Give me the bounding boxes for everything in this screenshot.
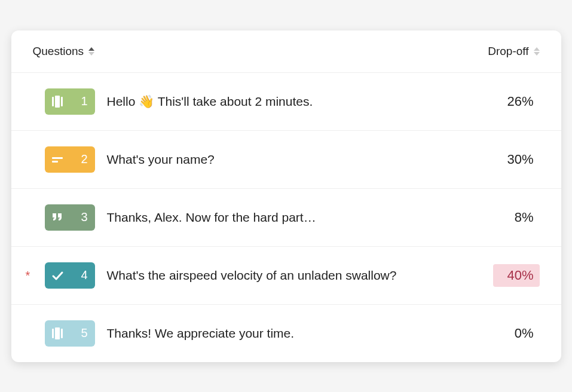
table-body: 1 Hello 👋 This'll take about 2 minutes. … [11,72,561,362]
end-screen-icon [51,327,64,340]
dropoff-column-label: Drop-off [488,45,528,58]
question-text: What's the airspeed velocity of an unlad… [107,268,481,283]
table-row[interactable]: * 4 What's the airspeed velocity of an u… [11,246,561,304]
svg-rect-6 [55,327,60,339]
welcome-screen-icon [51,95,64,108]
table-header: Questions Drop-off [11,30,561,72]
short-text-icon [51,153,64,166]
questions-column-header[interactable]: Questions [33,45,95,58]
questions-dropoff-card: Questions Drop-off 1 Hello 👋 This'll tak… [11,30,561,362]
statement-icon [51,211,64,224]
question-text: What's your name? [107,152,481,167]
dropoff-column-header[interactable]: Drop-off [488,45,539,58]
sort-icon [534,47,540,56]
question-type-badge: 3 [45,204,95,231]
question-text: Hello 👋 This'll take about 2 minutes. [107,94,481,109]
dropoff-value: 26% [493,90,540,113]
question-type-badge: 2 [45,146,95,173]
required-marker: * [23,270,33,281]
dropoff-value: 8% [493,206,540,229]
table-row[interactable]: 3 Thanks, Alex. Now for the hard part… 8… [11,188,561,246]
svg-rect-5 [52,329,54,338]
svg-rect-1 [55,96,60,108]
svg-rect-4 [52,161,58,163]
question-type-badge: 1 [45,88,95,115]
sort-icon [88,47,94,56]
dropoff-value: 40% [493,264,540,287]
svg-rect-7 [61,329,63,338]
question-text: Thanks! We appreciate your time. [107,326,481,341]
table-row[interactable]: 1 Hello 👋 This'll take about 2 minutes. … [11,72,561,130]
dropoff-value: 30% [493,148,540,171]
question-number: 4 [81,268,87,282]
question-type-badge: 4 [45,262,95,289]
svg-rect-0 [52,97,54,106]
svg-rect-3 [52,157,63,159]
question-text: Thanks, Alex. Now for the hard part… [107,210,481,225]
question-number: 3 [81,210,87,224]
table-row[interactable]: 5 Thanks! We appreciate your time. 0% [11,304,561,362]
svg-rect-2 [61,97,63,106]
question-number: 5 [81,326,87,340]
question-number: 2 [81,152,87,166]
table-row[interactable]: 2 What's your name? 30% [11,130,561,188]
question-number: 1 [81,94,87,108]
question-type-badge: 5 [45,320,95,347]
dropoff-value: 0% [493,322,540,345]
questions-column-label: Questions [33,45,84,58]
multiple-choice-icon [51,269,64,282]
